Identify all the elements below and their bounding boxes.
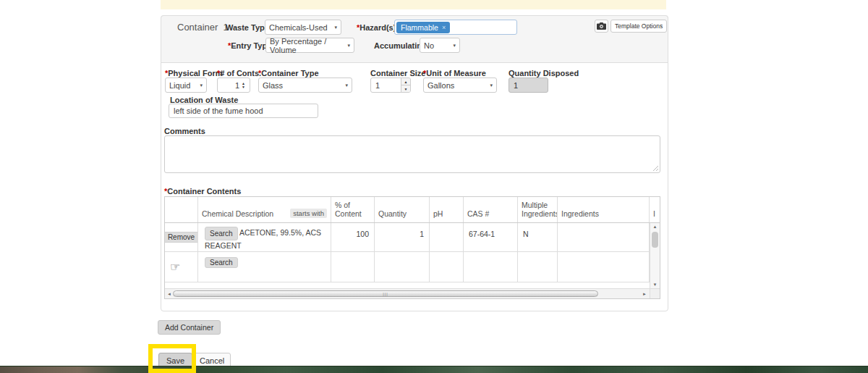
scroll-up-icon[interactable]: ▲ [650,225,660,229]
chevron-down-icon: ▾ [490,83,493,88]
container-size-value: 1 [375,81,380,90]
container-size-stepper[interactable]: 1 ▲▼ [370,77,411,93]
clipped-column-header: I [650,197,660,222]
pct-of-content-column-header: % of Content [331,197,375,222]
location-of-waste-value: left side of the fume hood [174,106,263,115]
quantity-disposed-label: Quantity Disposed [509,69,579,77]
physical-form-label: *Physical Form [165,69,222,77]
table-row-new-entry: ☞ Search [165,252,660,282]
waste-type-select[interactable]: Chemicals-Used ▾ [265,20,341,35]
multiple-ingredients-value: N [518,223,558,251]
chemical-description-column-header: Chemical Description starts with [198,197,331,222]
ingredients-value [558,223,650,251]
chevron-down-icon: ▾ [334,25,337,30]
pointer-hand-icon: ☞ [170,260,180,274]
horizontal-scroll-thumb[interactable]: ||| [173,290,598,297]
table-row: Remove Search ACETONE, 99.5%, ACS REAGEN… [165,223,660,252]
panel-title-label: Container [177,22,218,33]
notice-bar [161,0,666,9]
search-button[interactable]: Search [205,227,238,240]
hazard-tag-label: Flammable [401,23,438,32]
cas-value: 67-64-1 [464,223,518,251]
waste-type-value: Chemicals-Used [269,23,328,32]
cas-column-header: CAS # [464,197,518,222]
container-size-label: Container Size [370,69,425,77]
physical-form-select[interactable]: Liquid ▾ [165,77,207,93]
entry-type-value: By Percentage / Volume [270,37,343,54]
container-contents-table: Chemical Description starts with % of Co… [164,196,660,299]
ingredients-column-header: Ingredients [558,197,650,222]
remove-button[interactable]: Remove [165,232,198,243]
table-header-row: Chemical Description starts with % of Co… [165,197,660,223]
waste-type-label: Waste Type [226,23,269,32]
scroll-down-icon[interactable]: ▼ [650,282,660,287]
hazards-input[interactable]: Flammable × [394,20,517,35]
vertical-scroll-thumb[interactable] [652,232,658,248]
spinner-buttons-icon[interactable]: ▲▼ [401,78,410,92]
camera-button[interactable] [595,20,608,33]
pct-of-content-value: 100 [331,223,375,251]
num-conts-value: 1 [222,81,242,90]
chevron-down-icon: ▾ [347,43,350,49]
quantity-value: 1 [375,223,430,251]
accumulating-select[interactable]: No ▾ [420,38,460,53]
comments-textarea[interactable] [164,135,660,173]
quantity-column-header: Quantity [375,197,430,222]
starts-with-badge: starts with [290,209,327,218]
num-conts-label: *# of Conts. [217,69,261,77]
chevron-down-icon: ▾ [345,83,348,88]
ph-value [430,223,464,251]
table-horizontal-scrollbar[interactable]: ◄ ||| ► [165,288,660,298]
hazards-label: *Hazard(s) [357,23,396,32]
accumulating-label: Accumulating [374,41,427,50]
quantity-disposed-value: 1 [514,81,518,90]
scrollbar-corner [650,288,660,298]
quantity-disposed-field: 1 [509,77,548,93]
container-contents-label: *Container Contents [164,187,241,196]
panel-title: Container1 [177,22,229,33]
spinner-arrows-icon[interactable]: ▲▼ [242,82,245,89]
add-container-button[interactable]: Add Container [158,320,221,335]
physical-form-value: Liquid [169,81,190,90]
container-type-select[interactable]: Glass ▾ [258,77,352,93]
search-button[interactable]: Search [205,257,238,268]
entry-type-select[interactable]: By Percentage / Volume ▾ [265,38,354,53]
multiple-ingredients-column-header: Multiple Ingredients [518,197,558,222]
actions-column-header [165,197,198,222]
num-conts-stepper[interactable]: 1 ▲▼ [217,77,250,93]
comments-label: Comments [164,127,205,135]
unit-of-measure-label: *Unit of Measure [423,69,486,77]
chevron-down-icon: ▾ [200,83,203,88]
table-vertical-scrollbar[interactable]: ▲ ▼ [650,223,660,288]
hazard-tag-flammable[interactable]: Flammable × [396,22,450,33]
bottom-image-strip [0,366,868,373]
unit-of-measure-value: Gallons [427,81,454,90]
container-type-value: Glass [263,81,283,90]
remove-tag-icon[interactable]: × [442,24,446,31]
camera-icon [597,22,606,30]
scroll-right-icon[interactable]: ► [640,292,649,296]
scroll-grip-icon: ||| [383,292,388,296]
container-type-label: *Container Type [258,69,319,77]
chevron-down-icon: ▾ [453,43,456,49]
resize-grip-icon[interactable] [652,165,658,171]
location-of-waste-input[interactable]: left side of the fume hood [169,104,318,118]
ph-column-header: pH [430,197,464,222]
template-options-button[interactable]: Template Options [610,20,667,33]
unit-of-measure-select[interactable]: Gallons ▾ [423,77,497,93]
accumulating-value: No [424,41,434,50]
